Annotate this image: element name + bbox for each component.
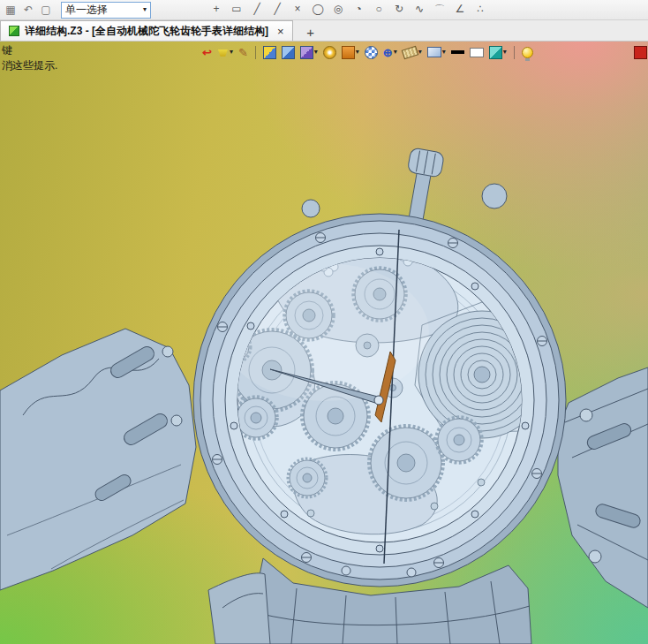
wireframe-cube-icon xyxy=(282,46,295,59)
chevron-down-icon: ▾ xyxy=(442,49,446,56)
circle-small-tool-icon[interactable]: ○ xyxy=(372,3,386,18)
brush-button[interactable]: ✎ xyxy=(237,44,249,60)
material-wheel-icon xyxy=(323,46,336,59)
color-swatch-button[interactable] xyxy=(469,44,485,60)
paint-bucket-icon xyxy=(217,48,229,57)
arc-tool-icon[interactable]: ◔ xyxy=(351,3,365,18)
material-button[interactable] xyxy=(322,44,337,60)
toolbar-divider xyxy=(514,46,515,59)
shaded-cube-icon xyxy=(263,46,276,59)
quick-access-toolbar: ▦ ↶ ▢ 单一选择 ▾ + ▭ ╱ ╱ × ◯ ◎ ◔ ○ ↻ ∿ ⌒ ∠ ∴ xyxy=(0,0,648,20)
toolbar-divider xyxy=(255,46,256,59)
sketch-tools-group: + ▭ ╱ ╱ × ◯ ◎ ◔ ○ ↻ ∿ ⌒ ∠ ∴ xyxy=(209,3,487,18)
undo-icon[interactable]: ↶ xyxy=(20,2,36,18)
new-tab-button[interactable]: + xyxy=(300,23,321,41)
viewport-hint-text: 键 消这些提示. xyxy=(2,43,57,73)
hands-cap xyxy=(374,396,383,405)
exit-button[interactable]: ↩ xyxy=(201,44,213,60)
brush-icon: ✎ xyxy=(238,47,248,58)
chevron-down-icon: ▾ xyxy=(356,49,359,56)
section-cube-icon xyxy=(489,46,502,59)
color-swatch-icon xyxy=(470,48,484,57)
document-tabbar: 详细结构.Z3 - [全自动机械陀飞轮齿轮手表详细结构] × + xyxy=(0,20,648,42)
document-tab[interactable]: 详细结构.Z3 - [全自动机械陀飞轮齿轮手表详细结构] × xyxy=(0,20,293,41)
line-width-button[interactable] xyxy=(450,44,465,60)
render-mode-button[interactable]: ▾ xyxy=(299,44,319,60)
chevron-down-icon: ▾ xyxy=(314,49,318,56)
lightbulb-icon xyxy=(522,47,533,58)
paint-bucket-button[interactable]: ▾ xyxy=(216,44,234,60)
checkered-sphere-icon xyxy=(365,46,378,59)
tab-close-icon[interactable]: × xyxy=(277,25,284,38)
grid-select-icon[interactable]: ▦ xyxy=(3,2,19,18)
red-indicator-button[interactable] xyxy=(634,46,647,59)
shaded-mode-button[interactable] xyxy=(262,44,277,60)
visual-style-icon xyxy=(342,46,355,59)
selection-mode-value: 单一选择 xyxy=(65,3,108,18)
section-view-button[interactable]: ▾ xyxy=(488,44,508,60)
plus-tool-icon[interactable]: + xyxy=(209,3,223,18)
watch-3d-model[interactable] xyxy=(0,41,648,644)
rotate-arc-tool-icon[interactable]: ↻ xyxy=(392,3,406,18)
box-select-icon[interactable]: ▢ xyxy=(38,2,54,18)
measure-button[interactable]: ▾ xyxy=(402,44,423,60)
display-mode-button[interactable]: ▾ xyxy=(426,44,447,60)
circle-tool-icon[interactable]: ◯ xyxy=(311,3,325,18)
hint-line-2: 消这些提示. xyxy=(2,58,57,73)
wireframe-mode-button[interactable] xyxy=(281,44,296,60)
point-tool-icon[interactable]: × xyxy=(290,3,305,18)
exit-icon: ↩ xyxy=(202,47,212,58)
chevron-down-icon: ▾ xyxy=(394,49,397,56)
chevron-down-icon: ▾ xyxy=(143,6,147,13)
visual-style-button[interactable]: ▾ xyxy=(341,44,360,60)
watch-band-right[interactable] xyxy=(558,367,648,608)
spline-tool-icon[interactable]: ∿ xyxy=(412,3,426,18)
texture-button[interactable] xyxy=(364,44,379,60)
arc2-tool-icon[interactable]: ⌒ xyxy=(433,3,447,18)
points-tool-icon[interactable]: ∴ xyxy=(473,3,487,18)
ruler-icon xyxy=(401,45,418,59)
watch-band-left[interactable] xyxy=(0,329,196,590)
hint-line-1: 键 xyxy=(2,43,57,58)
line2-tool-icon[interactable]: ╱ xyxy=(270,3,284,18)
view-display-toolbar: ↩ ▾ ✎ ▾ ▾ ⊕▾ ▾ ▾ ▾ xyxy=(201,44,534,60)
render-cube-icon xyxy=(300,46,313,59)
chevron-down-icon: ▾ xyxy=(230,49,233,56)
circle-center-tool-icon[interactable]: ◎ xyxy=(331,3,345,18)
angle-tool-icon[interactable]: ∠ xyxy=(453,3,467,18)
rect-tool-icon[interactable]: ▭ xyxy=(230,3,244,18)
selection-mode-dropdown[interactable]: 单一选择 ▾ xyxy=(61,2,151,19)
line-width-icon xyxy=(451,50,464,54)
chevron-down-icon: ▾ xyxy=(503,49,507,56)
cad-application-window: ▦ ↶ ▢ 单一选择 ▾ + ▭ ╱ ╱ × ◯ ◎ ◔ ○ ↻ ∿ ⌒ ∠ ∴… xyxy=(0,0,648,644)
line-tool-icon[interactable]: ╱ xyxy=(250,3,264,18)
datum-button[interactable]: ⊕▾ xyxy=(382,44,398,60)
display-icon xyxy=(427,47,441,57)
part-document-icon xyxy=(9,26,19,36)
document-tab-title: 详细结构.Z3 - [全自动机械陀飞轮齿轮手表详细结构] xyxy=(25,24,268,39)
light-button[interactable] xyxy=(521,44,534,60)
viewport-3d[interactable]: 键 消这些提示. ↩ ▾ ✎ ▾ ▾ ⊕▾ ▾ ▾ ▾ xyxy=(0,41,648,644)
target-icon: ⊕ xyxy=(383,47,393,58)
